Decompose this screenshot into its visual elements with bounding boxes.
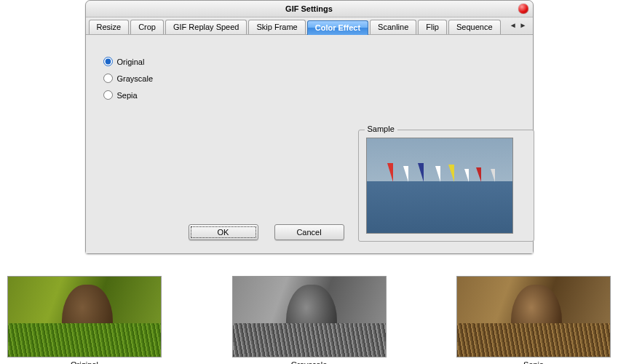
- radio-original[interactable]: Original: [103, 57, 520, 66]
- sample-legend: Sample: [365, 124, 397, 133]
- example-sepia: Sepia: [456, 276, 611, 364]
- example-original-thumb: [7, 276, 162, 357]
- radio-sepia-label: Sepia: [117, 91, 138, 100]
- tab-color-effect[interactable]: Color Effect: [307, 20, 368, 35]
- example-grayscale-label: Grayscale: [232, 360, 387, 364]
- tab-crop[interactable]: Crop: [130, 20, 164, 34]
- example-grayscale: Grayscale: [232, 276, 387, 364]
- tab-scroll: ◄ ►: [505, 20, 530, 29]
- tab-gif-replay-speed[interactable]: GIF Replay Speed: [165, 20, 247, 34]
- example-original: Original: [7, 276, 162, 364]
- tab-skip-frame[interactable]: Skip Frame: [248, 20, 305, 34]
- radio-grayscale-input[interactable]: [103, 74, 113, 83]
- color-effect-options: Original Grayscale Sepia: [103, 57, 520, 100]
- example-row: Original Grayscale Sepia: [0, 254, 618, 364]
- ok-button[interactable]: OK: [189, 224, 258, 240]
- dialog-body: Original Grayscale Sepia Sample: [86, 35, 533, 253]
- tab-scroll-right-icon[interactable]: ►: [520, 21, 527, 29]
- sample-preview: [366, 138, 513, 234]
- tab-strip: Resize Crop GIF Replay Speed Skip Frame …: [86, 17, 533, 35]
- window-title: GIF Settings: [285, 4, 333, 13]
- radio-sepia-input[interactable]: [103, 90, 113, 100]
- radio-original-label: Original: [117, 58, 145, 66]
- radio-grayscale[interactable]: Grayscale: [103, 74, 520, 83]
- tab-scroll-left-icon[interactable]: ◄: [510, 21, 517, 29]
- tab-scanline[interactable]: Scanline: [370, 20, 416, 34]
- example-original-label: Original: [7, 360, 162, 364]
- tab-sequence[interactable]: Sequence: [448, 20, 501, 34]
- radio-sepia[interactable]: Sepia: [103, 90, 520, 100]
- radio-original-input[interactable]: [103, 57, 113, 66]
- tab-resize[interactable]: Resize: [89, 20, 130, 34]
- sample-fieldset: Sample: [358, 130, 534, 242]
- example-sepia-label: Sepia: [456, 360, 611, 364]
- radio-grayscale-label: Grayscale: [117, 74, 154, 83]
- titlebar: GIF Settings: [86, 1, 533, 17]
- cancel-button[interactable]: Cancel: [274, 224, 344, 240]
- tab-flip[interactable]: Flip: [418, 20, 447, 34]
- example-grayscale-thumb: [232, 276, 387, 357]
- close-icon[interactable]: [518, 4, 528, 14]
- example-sepia-thumb: [456, 276, 611, 357]
- gif-settings-dialog: GIF Settings Resize Crop GIF Replay Spee…: [85, 0, 534, 254]
